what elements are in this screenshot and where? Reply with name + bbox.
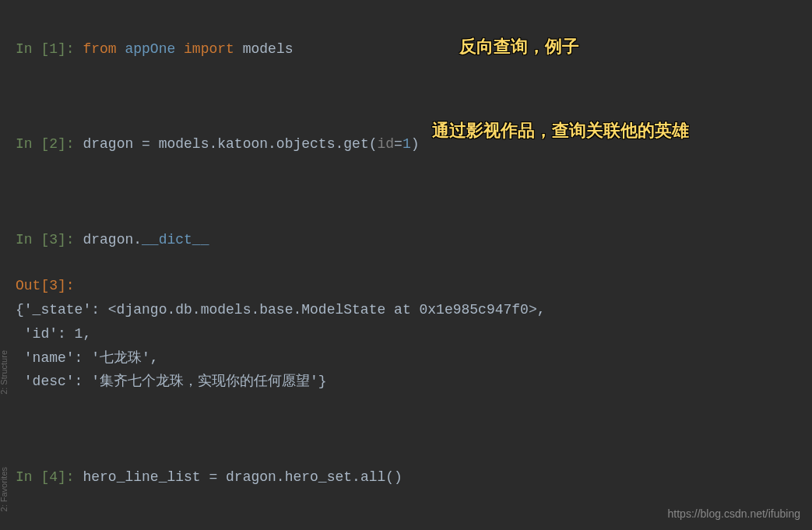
blank-line <box>16 407 804 430</box>
cell-in-1: In [1]: from appOne import models <box>16 16 804 61</box>
sidebar-tab-favorites[interactable]: 2: Favorites <box>0 467 12 511</box>
out3-line2: 'id': 1, <box>16 323 804 346</box>
prompt-in: In [4]: <box>16 469 83 485</box>
prompt-out: Out[3]: <box>16 278 75 293</box>
close-paren: ) <box>411 136 420 152</box>
watermark: https://blog.csdn.net/ifubing <box>668 505 800 522</box>
prompt-in: In [1]: <box>16 41 83 57</box>
prompt-in: In [2]: <box>16 136 83 152</box>
code-text: hero_line_list = dragon.hero_set.all() <box>83 469 402 485</box>
annotation-1: 反向查询，例子 <box>459 33 579 60</box>
dunder-dict: __dict__ <box>142 232 209 247</box>
number-literal: 1 <box>402 136 411 152</box>
code-text: dragon = models.katoon.objects.get( <box>83 136 377 152</box>
module-name: appOne <box>117 41 184 57</box>
out3-line1: {'_state': <django.db.models.base.ModelS… <box>16 299 804 321</box>
prompt-in: In [3]: <box>16 232 83 247</box>
eq: = <box>394 136 402 152</box>
out3-line4: 'desc': '集齐七个龙珠，实现你的任何愿望'} <box>16 370 804 393</box>
keyword-import: import <box>184 41 234 57</box>
cell-out-3-prompt: Out[3]: <box>16 252 804 297</box>
keyword-from: from <box>83 41 116 57</box>
cell-in-4: In [4]: hero_line_list = dragon.hero_set… <box>16 444 804 489</box>
cell-in-3: In [3]: dragon.__dict__ <box>16 206 804 251</box>
blank-line <box>16 170 804 192</box>
param-name: id <box>377 136 394 152</box>
out3-line3: 'name': '七龙珠', <box>16 347 804 370</box>
annotation-2: 通过影视作品，查询关联他的英雄 <box>432 117 689 144</box>
code-text: dragon. <box>83 232 142 247</box>
blank-line <box>16 75 804 97</box>
sidebar-tab-structure[interactable]: 2: Structure <box>0 350 12 395</box>
import-target: models <box>234 41 294 57</box>
